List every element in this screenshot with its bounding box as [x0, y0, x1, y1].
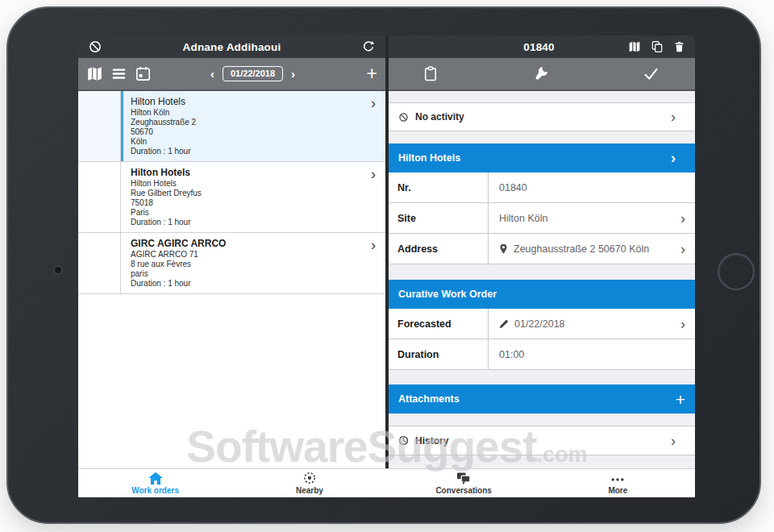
field-label: Duration: [389, 339, 489, 369]
work-order-detail-panel: 01840: [389, 35, 695, 468]
technician-name-title: Adnane Addihaoui: [139, 41, 324, 53]
conversations-icon: [456, 472, 472, 485]
work-order-line: Köln: [131, 137, 364, 147]
add-work-order-button[interactable]: +: [350, 64, 377, 83]
work-order-line: AGIRC ARRCO 71: [131, 250, 364, 260]
work-order-line: Duration : 1 hour: [131, 279, 364, 289]
right-toolbar: [389, 58, 695, 91]
tab-label: More: [608, 486, 627, 495]
table-row: Nr. 01840: [389, 172, 695, 203]
work-order-line: Paris: [131, 208, 364, 218]
refresh-icon[interactable]: [361, 39, 376, 54]
right-header-bar: 01840: [389, 35, 695, 58]
list-view-icon[interactable]: [110, 65, 127, 82]
work-order-list: Hilton Hotels Hilton Köln Zeughausstraße…: [78, 91, 385, 468]
section-title: Attachments: [398, 393, 460, 405]
no-activity-icon: [398, 112, 409, 123]
location-pin-icon: [499, 243, 508, 255]
left-toolbar: ‹ 01/22/2018 › +: [78, 58, 385, 91]
work-order-line: 8 rue aux Fèvres: [131, 260, 364, 269]
work-order-title: GIRC AGIRC ARRCO: [131, 237, 364, 250]
history-label: History: [415, 435, 448, 447]
work-order-item[interactable]: GIRC AGIRC ARRCO AGIRC ARRCO 71 8 rue au…: [78, 233, 385, 294]
chevron-right-icon: ›: [671, 110, 685, 124]
work-order-line: Rue Gilbert Dreyfus: [131, 189, 364, 198]
field-value: Zeughausstraße 2 50670 Köln: [514, 243, 649, 255]
tab-label: Conversations: [435, 486, 491, 495]
section-title: Hilton Hotels: [398, 152, 460, 164]
work-order-line: Hilton Köln: [131, 108, 364, 118]
add-attachment-button[interactable]: +: [676, 391, 685, 408]
work-order-line: paris: [131, 269, 364, 279]
field-label: Site: [389, 203, 489, 233]
map-icon[interactable]: [628, 40, 641, 53]
page: Adnane Addihaoui: [0, 0, 774, 532]
block-icon[interactable]: [88, 39, 102, 54]
work-order-line: Duration : 1 hour: [131, 147, 364, 156]
curative-section: Curative Work Order Forecasted 01/22/201…: [389, 280, 695, 370]
chevron-right-icon: ›: [371, 96, 376, 110]
nearby-radar-icon: [302, 472, 317, 485]
field-label: Forecasted: [389, 309, 489, 339]
work-order-item[interactable]: Hilton Hotels Hilton Köln Zeughausstraße…: [78, 91, 385, 162]
tab-work-orders[interactable]: Work orders: [78, 469, 232, 497]
tab-nearby[interactable]: Nearby: [232, 469, 386, 497]
home-icon: [148, 472, 164, 485]
attachments-section-header: Attachments +: [389, 384, 695, 414]
chevron-right-icon: ›: [671, 434, 685, 448]
work-order-list-panel: Adnane Addihaoui: [78, 35, 385, 468]
detail-body: No activity › Hilton Hotels › Nr. 01840: [389, 91, 695, 468]
work-order-title: Hilton Hotels: [131, 166, 364, 179]
work-order-line: 75018: [131, 198, 364, 208]
table-row[interactable]: Site Hilton Köln ›: [389, 203, 695, 234]
curative-section-header: Curative Work Order: [389, 280, 695, 309]
table-row: Duration 01:00: [389, 339, 695, 370]
pencil-edit-icon: [499, 319, 509, 329]
history-row[interactable]: History ›: [389, 426, 695, 455]
previous-day-button[interactable]: ‹: [210, 68, 214, 80]
trash-icon[interactable]: [673, 40, 685, 53]
field-value: 01840: [499, 182, 527, 193]
tab-more[interactable]: More: [541, 469, 695, 497]
tablet-home-button[interactable]: [718, 253, 755, 290]
chevron-right-icon: ›: [680, 317, 695, 331]
work-order-title: Hilton Hotels: [131, 95, 364, 108]
chevron-right-icon: ›: [371, 167, 376, 181]
time-gutter: [78, 91, 121, 161]
work-order-line: Zeughausstraße 2: [131, 118, 364, 127]
map-view-icon[interactable]: [86, 65, 103, 82]
table-row[interactable]: Forecasted 01/22/2018 ›: [389, 309, 695, 339]
attachments-section: Attachments +: [389, 384, 695, 414]
tab-conversations[interactable]: Conversations: [387, 469, 541, 497]
history-clock-icon: [398, 435, 409, 446]
validate-check-icon[interactable]: [643, 65, 660, 82]
chevron-right-icon: ›: [680, 211, 695, 226]
left-header-bar: Adnane Addihaoui: [78, 35, 385, 58]
field-value: Hilton Köln: [499, 213, 547, 224]
work-order-line: Hilton Hotels: [131, 179, 364, 189]
field-value: 01:00: [499, 349, 524, 360]
bottom-tab-bar: Work orders Nearby Conversations More: [78, 468, 695, 497]
duplicate-icon[interactable]: [651, 40, 664, 53]
chevron-right-icon: ›: [371, 238, 376, 252]
site-section: Hilton Hotels › Nr. 01840 Site Hilton Kö…: [389, 143, 695, 264]
chevron-right-icon: ›: [680, 242, 695, 256]
field-label: Nr.: [389, 172, 489, 202]
work-order-item[interactable]: Hilton Hotels Hilton Hotels Rue Gilbert …: [78, 162, 385, 233]
time-gutter: [78, 162, 121, 232]
table-row[interactable]: Address Zeughausstraße 2 50670 Köln ›: [389, 234, 695, 264]
time-gutter: [78, 233, 121, 293]
report-clipboard-icon[interactable]: [422, 65, 439, 82]
next-day-button[interactable]: ›: [291, 68, 295, 80]
tab-label: Nearby: [296, 486, 323, 495]
date-picker[interactable]: 01/22/2018: [223, 66, 283, 81]
app-screen: Adnane Addihaoui: [78, 35, 695, 497]
work-order-line: 50670: [131, 127, 364, 137]
tab-label: Work orders: [131, 486, 179, 495]
site-section-header[interactable]: Hilton Hotels ›: [389, 143, 695, 172]
tools-wrench-icon[interactable]: [532, 65, 549, 82]
date-navigation: ‹ 01/22/2018 ›: [156, 66, 350, 81]
calendar-view-icon[interactable]: [135, 65, 152, 82]
activity-row[interactable]: No activity ›: [389, 102, 695, 131]
work-order-line: Duration : 1 hour: [131, 218, 364, 227]
